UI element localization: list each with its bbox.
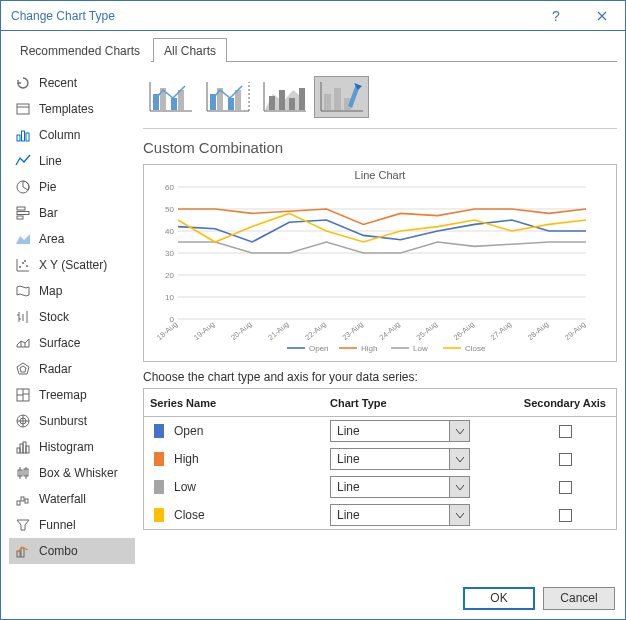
chart-type-dropdown[interactable]: Line xyxy=(330,504,470,526)
templates-icon xyxy=(15,101,31,117)
col-head-type: Chart Type xyxy=(330,397,520,409)
sidebar-item-bar[interactable]: Bar xyxy=(9,200,135,226)
series-swatch xyxy=(154,480,164,494)
tab-recommended[interactable]: Recommended Charts xyxy=(9,38,151,62)
series-swatch xyxy=(154,452,164,466)
secondary-axis-checkbox[interactable] xyxy=(559,453,572,466)
sidebar-item-treemap[interactable]: Treemap xyxy=(9,382,135,408)
svg-text:30: 30 xyxy=(165,249,174,258)
box-whisker-icon xyxy=(15,465,31,481)
svg-text:26-Aug: 26-Aug xyxy=(452,320,476,342)
chevron-down-icon xyxy=(449,477,469,497)
tab-strip: Recommended Charts All Charts xyxy=(1,31,625,61)
chevron-down-icon xyxy=(449,505,469,525)
ok-button[interactable]: OK xyxy=(463,587,535,610)
radar-icon xyxy=(15,361,31,377)
sidebar-item-recent[interactable]: Recent xyxy=(9,70,135,96)
sidebar-item-histogram[interactable]: Histogram xyxy=(9,434,135,460)
subtype-stacked-area-column[interactable] xyxy=(257,76,312,118)
combo-icon xyxy=(15,543,31,559)
dialog-change-chart-type: Change Chart Type ? Recommended Charts A… xyxy=(0,0,626,620)
preview-chart-title: Line Chart xyxy=(150,169,610,181)
svg-point-15 xyxy=(24,260,26,262)
series-name-label: Open xyxy=(174,424,203,438)
svg-rect-37 xyxy=(26,446,29,453)
svg-text:Low: Low xyxy=(413,344,428,353)
tab-all-charts[interactable]: All Charts xyxy=(153,38,227,62)
sidebar-item-sunburst[interactable]: Sunburst xyxy=(9,408,135,434)
secondary-axis-checkbox[interactable] xyxy=(559,425,572,438)
waterfall-icon xyxy=(15,491,31,507)
sidebar-item-label: Stock xyxy=(39,310,69,324)
secondary-axis-checkbox[interactable] xyxy=(559,481,572,494)
series-name-label: Close xyxy=(174,508,205,522)
chart-type-value: Line xyxy=(337,480,360,494)
svg-rect-65 xyxy=(299,88,305,110)
svg-text:19-Aug: 19-Aug xyxy=(192,320,216,342)
chart-type-dropdown[interactable]: Line xyxy=(330,420,470,442)
map-icon xyxy=(15,283,31,299)
sidebar-item-x-y-scatter-[interactable]: X Y (Scatter) xyxy=(9,252,135,278)
funnel-icon xyxy=(15,517,31,533)
series-name-label: Low xyxy=(174,480,196,494)
sidebar-item-stock[interactable]: Stock xyxy=(9,304,135,330)
col-head-secondary: Secondary Axis xyxy=(520,397,610,409)
series-name-label: High xyxy=(174,452,199,466)
chart-preview[interactable]: Line Chart 010203040506018-Aug19-Aug20-A… xyxy=(143,164,617,362)
col-head-series: Series Name xyxy=(150,397,330,409)
svg-text:High: High xyxy=(361,344,377,353)
svg-rect-47 xyxy=(21,548,24,557)
svg-rect-0 xyxy=(17,104,29,114)
svg-text:40: 40 xyxy=(165,227,174,236)
sidebar-item-pie[interactable]: Pie xyxy=(9,174,135,200)
recent-icon xyxy=(15,75,31,91)
dialog-footer: OK Cancel xyxy=(1,577,625,619)
sidebar-item-label: Histogram xyxy=(39,440,94,454)
help-button[interactable]: ? xyxy=(533,1,579,30)
svg-rect-43 xyxy=(21,497,24,501)
column-icon xyxy=(15,127,31,143)
chart-type-dropdown[interactable]: Line xyxy=(330,448,470,470)
sidebar-item-surface[interactable]: Surface xyxy=(9,330,135,356)
svg-text:28-Aug: 28-Aug xyxy=(526,320,550,342)
sidebar-item-map[interactable]: Map xyxy=(9,278,135,304)
sidebar-item-area[interactable]: Area xyxy=(9,226,135,252)
cancel-button[interactable]: Cancel xyxy=(543,587,615,610)
chevron-down-icon xyxy=(449,449,469,469)
chart-type-value: Line xyxy=(337,452,360,466)
sidebar-item-radar[interactable]: Radar xyxy=(9,356,135,382)
svg-text:20-Aug: 20-Aug xyxy=(229,320,253,342)
sidebar-item-line[interactable]: Line xyxy=(9,148,135,174)
svg-text:27-Aug: 27-Aug xyxy=(489,320,513,342)
sidebar-item-label: Pie xyxy=(39,180,56,194)
sidebar-item-templates[interactable]: Templates xyxy=(9,96,135,122)
sidebar-item-label: Map xyxy=(39,284,62,298)
sidebar-item-label: Funnel xyxy=(39,518,76,532)
titlebar: Change Chart Type ? xyxy=(1,1,625,31)
subtype-custom-combination[interactable] xyxy=(314,76,369,118)
sidebar-item-column[interactable]: Column xyxy=(9,122,135,148)
surface-icon xyxy=(15,335,31,351)
series-grid: Series Name Chart Type Secondary Axis Op… xyxy=(143,388,617,530)
sidebar-item-label: Area xyxy=(39,232,64,246)
chart-type-dropdown[interactable]: Line xyxy=(330,476,470,498)
chart-category-list: RecentTemplatesColumnLinePieBarAreaX Y (… xyxy=(9,70,135,577)
sidebar-item-combo[interactable]: Combo xyxy=(9,538,135,564)
sunburst-icon xyxy=(15,413,31,429)
sidebar-item-box-whisker[interactable]: Box & Whisker xyxy=(9,460,135,486)
sidebar-item-label: Radar xyxy=(39,362,72,376)
series-row: CloseLine xyxy=(144,501,616,529)
svg-text:60: 60 xyxy=(165,183,174,192)
svg-rect-64 xyxy=(289,98,295,110)
svg-rect-3 xyxy=(22,131,25,141)
close-button[interactable] xyxy=(579,1,625,30)
svg-text:18-Aug: 18-Aug xyxy=(155,320,179,342)
svg-text:10: 10 xyxy=(165,293,174,302)
sidebar-item-waterfall[interactable]: Waterfall xyxy=(9,486,135,512)
svg-point-14 xyxy=(26,265,28,267)
svg-rect-8 xyxy=(17,216,23,219)
subtype-clustered-column-line[interactable] xyxy=(143,76,198,118)
sidebar-item-funnel[interactable]: Funnel xyxy=(9,512,135,538)
subtype-clustered-column-line-secondary[interactable] xyxy=(200,76,255,118)
secondary-axis-checkbox[interactable] xyxy=(559,509,572,522)
